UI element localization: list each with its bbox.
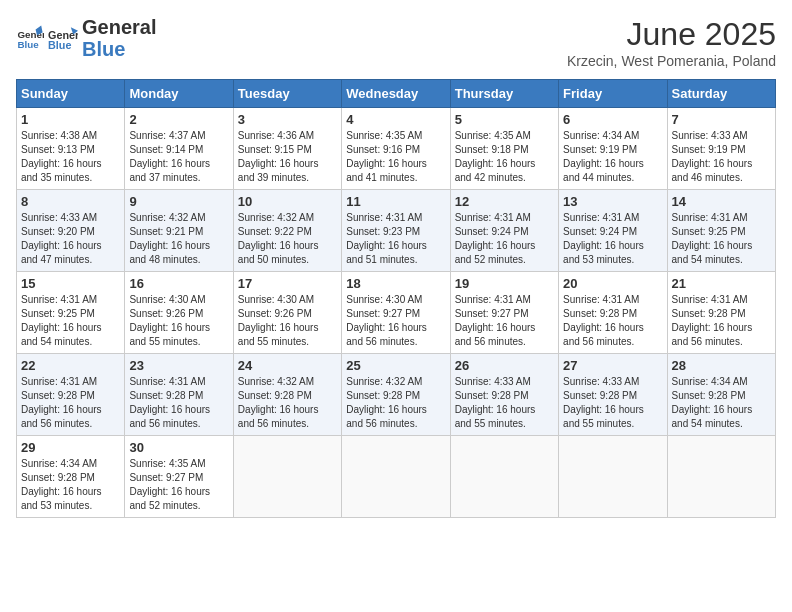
- day-number: 24: [238, 358, 337, 373]
- table-row: [233, 436, 341, 518]
- day-info: Sunrise: 4:34 AMSunset: 9:28 PMDaylight:…: [21, 457, 120, 513]
- day-number: 17: [238, 276, 337, 291]
- day-number: 20: [563, 276, 662, 291]
- calendar-week-row: 22Sunrise: 4:31 AMSunset: 9:28 PMDayligh…: [17, 354, 776, 436]
- day-number: 10: [238, 194, 337, 209]
- title-area: June 2025 Krzecin, West Pomerania, Polan…: [567, 16, 776, 69]
- day-info: Sunrise: 4:37 AMSunset: 9:14 PMDaylight:…: [129, 129, 228, 185]
- table-row: 3Sunrise: 4:36 AMSunset: 9:15 PMDaylight…: [233, 108, 341, 190]
- table-row: 4Sunrise: 4:35 AMSunset: 9:16 PMDaylight…: [342, 108, 450, 190]
- table-row: 12Sunrise: 4:31 AMSunset: 9:24 PMDayligh…: [450, 190, 558, 272]
- day-info: Sunrise: 4:31 AMSunset: 9:28 PMDaylight:…: [672, 293, 771, 349]
- calendar-header-row: Sunday Monday Tuesday Wednesday Thursday…: [17, 80, 776, 108]
- table-row: [450, 436, 558, 518]
- table-row: [559, 436, 667, 518]
- day-info: Sunrise: 4:30 AMSunset: 9:27 PMDaylight:…: [346, 293, 445, 349]
- day-info: Sunrise: 4:38 AMSunset: 9:13 PMDaylight:…: [21, 129, 120, 185]
- day-number: 9: [129, 194, 228, 209]
- day-number: 15: [21, 276, 120, 291]
- day-number: 8: [21, 194, 120, 209]
- col-tuesday: Tuesday: [233, 80, 341, 108]
- table-row: 29Sunrise: 4:34 AMSunset: 9:28 PMDayligh…: [17, 436, 125, 518]
- day-info: Sunrise: 4:31 AMSunset: 9:28 PMDaylight:…: [563, 293, 662, 349]
- col-friday: Friday: [559, 80, 667, 108]
- table-row: [342, 436, 450, 518]
- logo-general: General: [82, 16, 156, 38]
- page-header: General Blue General Blue General Blue J…: [16, 16, 776, 69]
- day-number: 19: [455, 276, 554, 291]
- table-row: 18Sunrise: 4:30 AMSunset: 9:27 PMDayligh…: [342, 272, 450, 354]
- day-info: Sunrise: 4:31 AMSunset: 9:25 PMDaylight:…: [672, 211, 771, 267]
- table-row: 21Sunrise: 4:31 AMSunset: 9:28 PMDayligh…: [667, 272, 775, 354]
- table-row: 26Sunrise: 4:33 AMSunset: 9:28 PMDayligh…: [450, 354, 558, 436]
- table-row: 1Sunrise: 4:38 AMSunset: 9:13 PMDaylight…: [17, 108, 125, 190]
- table-row: 16Sunrise: 4:30 AMSunset: 9:26 PMDayligh…: [125, 272, 233, 354]
- day-info: Sunrise: 4:32 AMSunset: 9:28 PMDaylight:…: [238, 375, 337, 431]
- day-info: Sunrise: 4:35 AMSunset: 9:16 PMDaylight:…: [346, 129, 445, 185]
- day-info: Sunrise: 4:30 AMSunset: 9:26 PMDaylight:…: [238, 293, 337, 349]
- table-row: 24Sunrise: 4:32 AMSunset: 9:28 PMDayligh…: [233, 354, 341, 436]
- col-wednesday: Wednesday: [342, 80, 450, 108]
- day-info: Sunrise: 4:31 AMSunset: 9:24 PMDaylight:…: [455, 211, 554, 267]
- table-row: 22Sunrise: 4:31 AMSunset: 9:28 PMDayligh…: [17, 354, 125, 436]
- day-number: 6: [563, 112, 662, 127]
- table-row: 13Sunrise: 4:31 AMSunset: 9:24 PMDayligh…: [559, 190, 667, 272]
- table-row: 5Sunrise: 4:35 AMSunset: 9:18 PMDaylight…: [450, 108, 558, 190]
- table-row: 11Sunrise: 4:31 AMSunset: 9:23 PMDayligh…: [342, 190, 450, 272]
- col-sunday: Sunday: [17, 80, 125, 108]
- table-row: [667, 436, 775, 518]
- calendar-week-row: 29Sunrise: 4:34 AMSunset: 9:28 PMDayligh…: [17, 436, 776, 518]
- day-number: 11: [346, 194, 445, 209]
- svg-text:Blue: Blue: [17, 39, 39, 50]
- day-number: 4: [346, 112, 445, 127]
- day-number: 27: [563, 358, 662, 373]
- day-info: Sunrise: 4:34 AMSunset: 9:28 PMDaylight:…: [672, 375, 771, 431]
- calendar-week-row: 15Sunrise: 4:31 AMSunset: 9:25 PMDayligh…: [17, 272, 776, 354]
- svg-text:Blue: Blue: [48, 39, 71, 51]
- table-row: 27Sunrise: 4:33 AMSunset: 9:28 PMDayligh…: [559, 354, 667, 436]
- day-number: 30: [129, 440, 228, 455]
- table-row: 23Sunrise: 4:31 AMSunset: 9:28 PMDayligh…: [125, 354, 233, 436]
- table-row: 9Sunrise: 4:32 AMSunset: 9:21 PMDaylight…: [125, 190, 233, 272]
- day-info: Sunrise: 4:34 AMSunset: 9:19 PMDaylight:…: [563, 129, 662, 185]
- table-row: 10Sunrise: 4:32 AMSunset: 9:22 PMDayligh…: [233, 190, 341, 272]
- table-row: 2Sunrise: 4:37 AMSunset: 9:14 PMDaylight…: [125, 108, 233, 190]
- day-info: Sunrise: 4:33 AMSunset: 9:20 PMDaylight:…: [21, 211, 120, 267]
- day-info: Sunrise: 4:31 AMSunset: 9:25 PMDaylight:…: [21, 293, 120, 349]
- table-row: 30Sunrise: 4:35 AMSunset: 9:27 PMDayligh…: [125, 436, 233, 518]
- day-info: Sunrise: 4:31 AMSunset: 9:28 PMDaylight:…: [21, 375, 120, 431]
- day-info: Sunrise: 4:32 AMSunset: 9:22 PMDaylight:…: [238, 211, 337, 267]
- logo: General Blue General Blue General Blue: [16, 16, 156, 60]
- day-number: 5: [455, 112, 554, 127]
- day-info: Sunrise: 4:31 AMSunset: 9:24 PMDaylight:…: [563, 211, 662, 267]
- table-row: 17Sunrise: 4:30 AMSunset: 9:26 PMDayligh…: [233, 272, 341, 354]
- day-number: 18: [346, 276, 445, 291]
- day-info: Sunrise: 4:31 AMSunset: 9:23 PMDaylight:…: [346, 211, 445, 267]
- day-info: Sunrise: 4:35 AMSunset: 9:18 PMDaylight:…: [455, 129, 554, 185]
- main-title: June 2025: [567, 16, 776, 53]
- logo-icon: General Blue: [16, 24, 44, 52]
- calendar-table: Sunday Monday Tuesday Wednesday Thursday…: [16, 79, 776, 518]
- day-number: 29: [21, 440, 120, 455]
- day-info: Sunrise: 4:32 AMSunset: 9:21 PMDaylight:…: [129, 211, 228, 267]
- day-number: 21: [672, 276, 771, 291]
- table-row: 7Sunrise: 4:33 AMSunset: 9:19 PMDaylight…: [667, 108, 775, 190]
- day-number: 23: [129, 358, 228, 373]
- table-row: 15Sunrise: 4:31 AMSunset: 9:25 PMDayligh…: [17, 272, 125, 354]
- col-thursday: Thursday: [450, 80, 558, 108]
- calendar-week-row: 1Sunrise: 4:38 AMSunset: 9:13 PMDaylight…: [17, 108, 776, 190]
- day-number: 13: [563, 194, 662, 209]
- day-info: Sunrise: 4:31 AMSunset: 9:28 PMDaylight:…: [129, 375, 228, 431]
- day-info: Sunrise: 4:33 AMSunset: 9:28 PMDaylight:…: [563, 375, 662, 431]
- col-saturday: Saturday: [667, 80, 775, 108]
- day-info: Sunrise: 4:36 AMSunset: 9:15 PMDaylight:…: [238, 129, 337, 185]
- day-info: Sunrise: 4:33 AMSunset: 9:19 PMDaylight:…: [672, 129, 771, 185]
- day-number: 22: [21, 358, 120, 373]
- table-row: 28Sunrise: 4:34 AMSunset: 9:28 PMDayligh…: [667, 354, 775, 436]
- calendar-week-row: 8Sunrise: 4:33 AMSunset: 9:20 PMDaylight…: [17, 190, 776, 272]
- day-number: 14: [672, 194, 771, 209]
- day-number: 25: [346, 358, 445, 373]
- day-info: Sunrise: 4:30 AMSunset: 9:26 PMDaylight:…: [129, 293, 228, 349]
- day-number: 1: [21, 112, 120, 127]
- day-number: 28: [672, 358, 771, 373]
